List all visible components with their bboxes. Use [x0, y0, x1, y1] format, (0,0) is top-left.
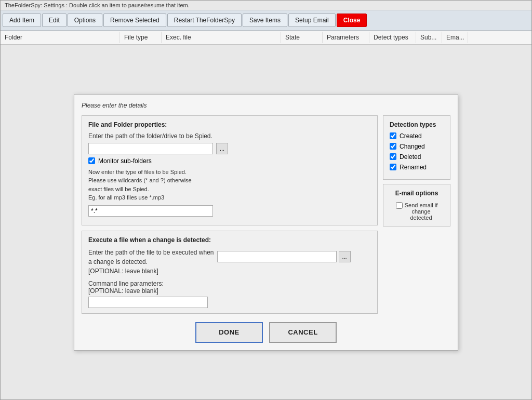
exec-section: Execute a file when a change is detected…	[82, 231, 378, 314]
col-email-header: Ema...	[442, 32, 468, 43]
path-input-row: ...	[88, 143, 371, 154]
email-checkbox[interactable]	[396, 202, 403, 209]
params-optional: [OPTIONAL: leave blank]	[88, 287, 158, 295]
changed-row: Changed	[390, 143, 444, 150]
folder-path-input[interactable]	[88, 143, 213, 154]
wildcard-info-line1: Now enter the type of files to be Spied.	[88, 169, 187, 175]
params-label: Command line parameters:	[88, 280, 164, 287]
deleted-label: Deleted	[400, 153, 421, 161]
browse-exec-button[interactable]: ...	[339, 251, 351, 262]
dialog: Please enter the details File and Folder…	[74, 94, 458, 351]
email-check-row: Send email if change detected	[396, 202, 438, 221]
setup-email-button[interactable]: Setup Email	[288, 14, 336, 27]
edit-button[interactable]: Edit	[42, 14, 66, 27]
title-bar: TheFolderSpy: Settings : Double click an…	[1, 1, 531, 10]
app-window: TheFolderSpy: Settings : Double click an…	[0, 0, 532, 400]
col-execfile-header: Exec. file	[162, 32, 281, 43]
file-folder-title: File and Folder properties:	[88, 121, 371, 128]
dialog-footer: DONE CANCEL	[82, 322, 450, 343]
email-title: E-mail options	[390, 190, 444, 197]
exec-label-line2: a change is detected.	[88, 258, 148, 265]
dialog-body: File and Folder properties: Enter the pa…	[82, 115, 450, 314]
path-row: Enter the path of the folder/drive to be…	[88, 132, 371, 140]
wildcard-info-line4: Eg. for all mp3 files use *.mp3	[88, 194, 164, 201]
renamed-label: Renamed	[400, 164, 427, 171]
col-sub-header: Sub...	[416, 32, 442, 43]
column-headers: Folder File type Exec. file State Parame…	[1, 31, 531, 45]
wildcard-input[interactable]	[88, 205, 213, 217]
remove-selected-button[interactable]: Remove Selected	[103, 14, 166, 27]
changed-checkbox[interactable]	[390, 143, 396, 150]
email-box: E-mail options Send email if change dete…	[383, 184, 450, 226]
renamed-checkbox[interactable]	[390, 164, 396, 170]
wildcard-input-row	[88, 205, 371, 217]
email-label-line1: Send email if	[405, 202, 438, 208]
changed-label: Changed	[400, 143, 425, 150]
file-folder-section: File and Folder properties: Enter the pa…	[82, 115, 378, 225]
wildcard-info-line2: Please use wildcards (* and ?) otherwise	[88, 177, 192, 183]
options-button[interactable]: Options	[68, 14, 102, 27]
toolbar: Add Item Edit Options Remove Selected Re…	[1, 10, 531, 31]
path-label: Enter the path of the folder/drive to be…	[88, 132, 212, 140]
done-button[interactable]: DONE	[195, 322, 263, 343]
exec-input-row: Enter the path of the file to be execute…	[88, 248, 371, 276]
col-detect-header: Detect types	[369, 32, 416, 43]
col-folder-header: Folder	[1, 32, 120, 43]
title-text: TheFolderSpy: Settings : Double click an…	[5, 2, 190, 8]
col-state-header: State	[281, 32, 323, 43]
email-label-line2: change	[411, 208, 430, 215]
renamed-row: Renamed	[390, 164, 444, 171]
params-label-block: Command line parameters: [OPTIONAL: leav…	[88, 280, 371, 295]
save-items-button[interactable]: Save Items	[243, 14, 287, 27]
params-input[interactable]	[88, 297, 208, 308]
exec-label-line1: Enter the path of the file to be execute…	[88, 249, 214, 256]
cancel-button[interactable]: CANCEL	[269, 322, 337, 343]
main-content: Please enter the details File and Folder…	[1, 45, 531, 399]
dialog-right: Detection types Created Changed Deleted	[383, 115, 450, 314]
deleted-row: Deleted	[390, 153, 444, 161]
wildcard-info-line3: exact files will be Spied.	[88, 186, 149, 192]
email-text: Send email if change detected	[405, 202, 438, 221]
email-label-line3: detected	[410, 215, 432, 221]
detection-title: Detection types	[390, 121, 444, 128]
col-params-header: Parameters	[323, 32, 369, 43]
detection-box: Detection types Created Changed Deleted	[383, 115, 450, 180]
exec-section-title: Execute a file when a change is detected…	[88, 236, 371, 244]
dialog-title: Please enter the details	[82, 102, 450, 109]
created-checkbox[interactable]	[390, 132, 396, 139]
created-label: Created	[400, 132, 422, 140]
close-button[interactable]: Close	[337, 14, 367, 27]
add-item-button[interactable]: Add Item	[3, 14, 41, 27]
monitor-sub-row: Monitor sub-folders	[88, 157, 371, 165]
monitor-sub-label: Monitor sub-folders	[98, 157, 152, 165]
restart-button[interactable]: Restart TheFolderSpy	[167, 14, 242, 27]
email-content: Send email if change detected	[390, 202, 444, 221]
params-row: Command line parameters: [OPTIONAL: leav…	[88, 280, 371, 308]
monitor-sub-checkbox[interactable]	[88, 157, 95, 164]
dialog-left: File and Folder properties: Enter the pa…	[82, 115, 378, 314]
exec-label-line3: [OPTIONAL: leave blank]	[88, 268, 158, 275]
wildcard-info: Now enter the type of files to be Spied.…	[88, 168, 371, 202]
created-row: Created	[390, 132, 444, 140]
col-filetype-header: File type	[120, 32, 162, 43]
deleted-checkbox[interactable]	[390, 153, 396, 160]
exec-path-input[interactable]	[217, 251, 337, 262]
exec-label-block: Enter the path of the file to be execute…	[88, 248, 214, 276]
browse-folder-button[interactable]: ...	[216, 143, 228, 154]
